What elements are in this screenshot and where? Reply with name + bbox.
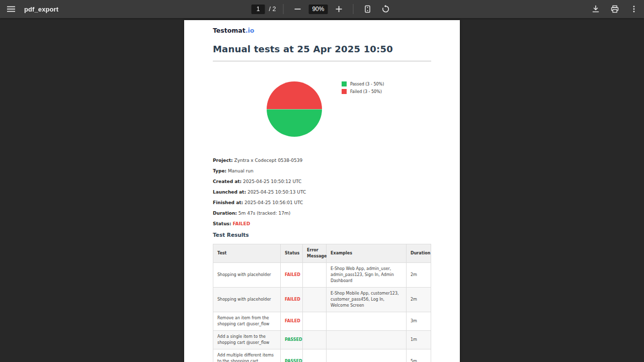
legend-label: Failed (3 - 50%) — [350, 89, 382, 94]
testomat-logo: Testomat.io — [213, 27, 431, 34]
print-icon — [610, 5, 619, 14]
error-message-cell — [303, 263, 327, 288]
status-cell: PASSED — [281, 331, 303, 349]
examples-cell — [327, 312, 407, 331]
test-results-table: Test Status Error Message Examples Durat… — [213, 244, 431, 362]
test-name-cell: Add multiple different items to the shop… — [213, 349, 281, 362]
toolbar-divider — [283, 4, 283, 14]
duration-cell: 5m — [407, 349, 431, 362]
document-title: pdf_export — [24, 6, 58, 13]
more-options-button[interactable] — [627, 2, 641, 16]
failed-swatch — [342, 89, 347, 94]
duration-cell: 2m — [407, 263, 431, 288]
table-row: Add a single item to the shopping cart @… — [213, 331, 431, 349]
examples-cell: E-Shop Mobile App, customer123, customer… — [327, 288, 407, 312]
error-message-cell — [303, 312, 327, 331]
zoom-in-button[interactable] — [332, 2, 346, 16]
column-header-error-message: Error Message — [303, 244, 327, 263]
legend-label: Passed (3 - 50%) — [350, 82, 384, 86]
zoom-out-button[interactable] — [290, 2, 304, 16]
column-header-examples: Examples — [327, 244, 407, 263]
detail-label: Launched at: — [213, 190, 246, 195]
detail-label: Finished at: — [213, 200, 243, 205]
status-cell: FAILED — [281, 263, 303, 288]
test-name-cell: Add a single item to the shopping cart @… — [213, 331, 281, 349]
detail-launched-at: Launched at: 2025-04-25 10:50:13 UTC — [213, 190, 431, 195]
status-cell: PASSED — [281, 349, 303, 362]
plus-icon — [335, 5, 343, 13]
page-count: / 2 — [269, 6, 276, 13]
table-row: Shopping with placeholder FAILED E-Shop … — [213, 288, 431, 312]
status-badge: FAILED — [232, 221, 250, 226]
rotate-counterclockwise-icon — [381, 5, 390, 14]
detail-duration: Duration: 5m 47s (tracked: 17m) — [213, 211, 431, 216]
duration-cell: 2m — [407, 288, 431, 312]
zoom-level[interactable]: 90% — [308, 5, 328, 14]
pie-chart — [267, 81, 322, 137]
title-divider — [213, 61, 431, 61]
detail-value: 2025-04-25 10:50:13 UTC — [248, 190, 306, 195]
report-title: Manual tests at 25 Apr 2025 10:50 — [213, 44, 431, 54]
table-header-row: Test Status Error Message Examples Durat… — [213, 244, 431, 263]
detail-label: Type: — [213, 168, 226, 173]
download-icon — [591, 5, 600, 14]
legend-item-passed: Passed (3 - 50%) — [342, 81, 384, 86]
detail-label: Duration: — [213, 211, 237, 216]
table-row: Add multiple different items to the shop… — [213, 349, 431, 362]
test-name-cell: Remove an item from the shopping cart @u… — [213, 312, 281, 331]
detail-value: 2025-04-25 10:50:12 UTC — [243, 179, 301, 184]
download-button[interactable] — [589, 2, 603, 16]
menu-button[interactable] — [4, 2, 18, 16]
detail-value: 2025-04-25 10:56:01 UTC — [245, 200, 303, 205]
detail-label: Created at: — [213, 179, 242, 184]
legend-item-failed: Failed (3 - 50%) — [342, 89, 384, 94]
error-message-cell — [303, 288, 327, 312]
examples-cell — [327, 349, 407, 362]
error-message-cell — [303, 331, 327, 349]
error-message-cell — [303, 349, 327, 362]
test-name-cell: Shopping with placeholder — [213, 263, 281, 288]
detail-finished-at: Finished at: 2025-04-25 10:56:01 UTC — [213, 200, 431, 205]
pdf-viewer-area: Testomat.io Manual tests at 25 Apr 2025 … — [0, 18, 644, 362]
detail-status: Status: FAILED — [213, 221, 431, 226]
logo-text-io: .io — [246, 27, 255, 34]
detail-value: Manual run — [228, 168, 254, 173]
chart-legend: Passed (3 - 50%) Failed (3 - 50%) — [342, 81, 384, 97]
rotate-button[interactable] — [378, 2, 392, 16]
logo-text: Testomat — [213, 27, 246, 34]
detail-type: Type: Manual run — [213, 168, 431, 173]
detail-label: Project: — [213, 158, 233, 163]
fit-page-icon — [363, 5, 372, 14]
run-details: Project: Zyntra x Codecept 0538-0539 Typ… — [213, 158, 431, 226]
results-pie-chart-block: Passed (3 - 50%) Failed (3 - 50%) — [213, 81, 431, 137]
column-header-status: Status — [281, 244, 303, 263]
status-cell: FAILED — [281, 312, 303, 331]
column-header-duration: Duration — [407, 244, 431, 263]
test-name-cell: Shopping with placeholder — [213, 288, 281, 312]
hamburger-icon — [7, 5, 16, 14]
detail-created-at: Created at: 2025-04-25 10:50:12 UTC — [213, 179, 431, 184]
pdf-page: Testomat.io Manual tests at 25 Apr 2025 … — [184, 20, 460, 362]
duration-cell: 3m — [407, 312, 431, 331]
detail-value: Zyntra x Codecept 0538-0539 — [234, 158, 303, 163]
detail-project: Project: Zyntra x Codecept 0538-0539 — [213, 158, 431, 163]
toolbar-divider — [353, 4, 353, 14]
passed-swatch — [342, 81, 347, 86]
print-button[interactable] — [608, 2, 622, 16]
minus-icon — [293, 5, 301, 13]
fit-to-page-button[interactable] — [360, 2, 374, 16]
detail-value: 5m 47s (tracked: 17m) — [238, 211, 290, 216]
table-row: Shopping with placeholder FAILED E-Shop … — [213, 263, 431, 288]
pdf-viewer-toolbar: pdf_export / 2 90% — [0, 0, 644, 18]
test-results-heading: Test Results — [213, 232, 431, 238]
duration-cell: 1m — [407, 331, 431, 349]
table-row: Remove an item from the shopping cart @u… — [213, 312, 431, 331]
column-header-test: Test — [213, 244, 281, 263]
examples-cell — [327, 331, 407, 349]
detail-label: Status: — [213, 221, 231, 226]
status-cell: FAILED — [281, 288, 303, 312]
page-number-input[interactable] — [252, 5, 265, 14]
examples-cell: E-Shop Web App, admin_user, admin_pass12… — [327, 263, 407, 288]
kebab-menu-icon — [630, 5, 638, 13]
